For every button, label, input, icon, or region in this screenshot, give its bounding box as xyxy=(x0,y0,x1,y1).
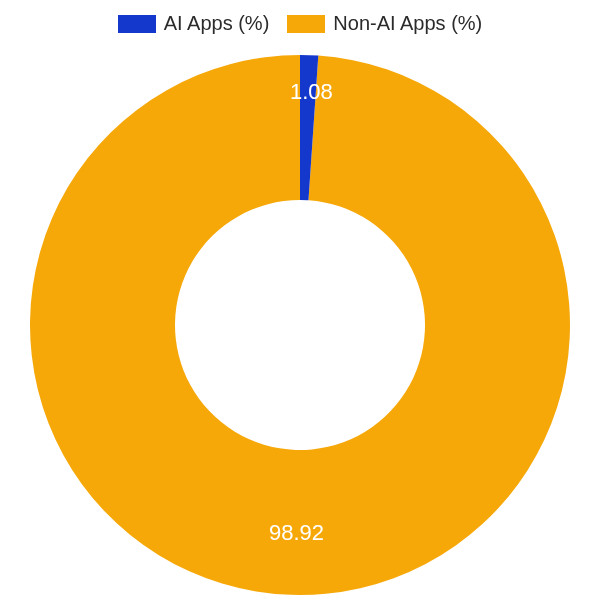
value-label-ai: 1.08 xyxy=(290,79,333,105)
donut-chart: AI Apps (%) Non-AI Apps (%) 1.08 98.92 xyxy=(0,0,600,600)
legend-item-ai: AI Apps (%) xyxy=(118,12,270,35)
legend-swatch-ai xyxy=(118,15,156,33)
donut-svg xyxy=(25,50,575,600)
legend-item-non-ai: Non-AI Apps (%) xyxy=(287,12,482,35)
legend-label-non-ai: Non-AI Apps (%) xyxy=(333,12,482,35)
legend-label-ai: AI Apps (%) xyxy=(164,12,270,35)
value-label-non-ai: 98.92 xyxy=(269,520,324,546)
legend-swatch-non-ai xyxy=(287,15,325,33)
chart-legend: AI Apps (%) Non-AI Apps (%) xyxy=(0,12,600,35)
slice-non-ai xyxy=(30,55,570,595)
